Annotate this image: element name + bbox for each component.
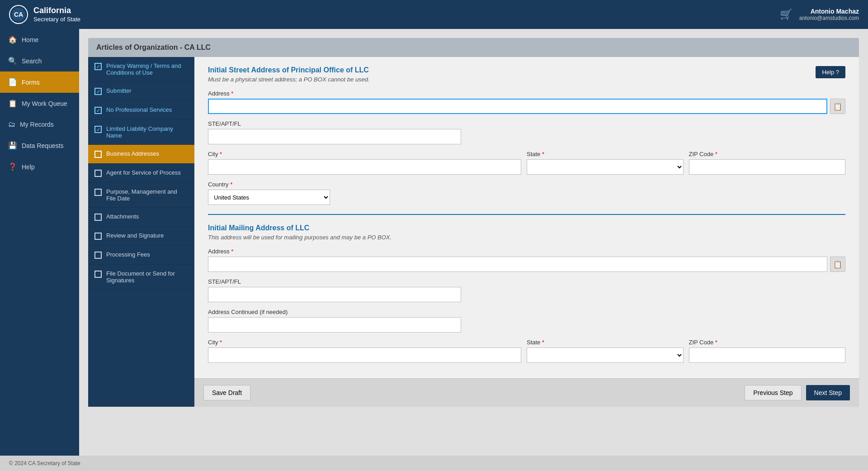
user-info: Antonio Machaz antonio@amstudios.com [799, 8, 859, 21]
search-icon: 🔍 [8, 57, 17, 65]
sidebar-item-home[interactable]: 🏠 Home [0, 29, 79, 50]
step-privacy-label: Privacy Warning / Terms and Conditions o… [106, 62, 188, 76]
mailing-city-group: City * [208, 339, 521, 363]
step-business-addresses-label: Business Addresses [106, 150, 159, 157]
principal-address-label: Address * [208, 90, 845, 97]
sidebar-item-datarequests[interactable]: 💾 Data Requests [0, 135, 79, 156]
sidebar-item-help-label: Help [22, 163, 35, 171]
mailing-state-select[interactable]: CA NY TX [527, 347, 684, 363]
save-draft-button[interactable]: Save Draft [203, 385, 250, 400]
mailing-zip-input[interactable] [689, 347, 846, 363]
copyright: © 2024 CA Secretary of State [9, 460, 80, 466]
principal-city-state-zip-row: City * State * C [208, 151, 845, 181]
mailing-address-label: Address * [208, 248, 845, 255]
home-icon: 🏠 [8, 35, 17, 44]
steps-sidebar: ✓ Privacy Warning / Terms and Conditions… [88, 57, 194, 407]
mailing-city-label: City * [208, 339, 521, 346]
step-submitter-checkbox: ✓ [94, 88, 102, 95]
sidebar-item-myrecords-label: My Records [20, 121, 54, 128]
form-panel-body: ✓ Privacy Warning / Terms and Conditions… [88, 57, 859, 407]
sidebar-item-home-label: Home [22, 36, 38, 43]
org-subtitle: Secretary of State [33, 16, 80, 23]
mailing-city-input[interactable] [208, 347, 521, 363]
mailing-address-group: Address * 📋 [208, 248, 845, 272]
mailing-address-subtitle: This address will be used for mailing pu… [208, 234, 845, 241]
principal-country-select[interactable]: United States Canada Mexico Other [208, 190, 330, 205]
principal-address-required: * [231, 90, 233, 97]
sidebar-item-help[interactable]: ❓ Help [0, 156, 79, 177]
records-icon: 🗂 [8, 120, 15, 128]
principal-address-input[interactable] [208, 99, 827, 114]
step-review[interactable]: Review and Signature [88, 227, 194, 246]
principal-state-label: State * [527, 151, 684, 157]
principal-ste-apt-label: STE/APT/FL [208, 120, 845, 127]
user-email: antonio@amstudios.com [799, 15, 859, 21]
step-agent-label: Agent for Service of Process [106, 169, 181, 176]
step-agent-checkbox [94, 170, 102, 177]
mailing-address-copy-button[interactable]: 📋 [830, 257, 845, 272]
sidebar-item-forms-label: Forms [22, 79, 40, 86]
step-no-professional[interactable]: ✓ No Professional Services [88, 101, 194, 120]
step-file-label: File Document or Send for Signatures [106, 270, 188, 284]
content-area: Articles of Organization - CA LLC ✓ Priv… [79, 29, 868, 456]
step-llc-name[interactable]: ✓ Limited Liability Company Name [88, 120, 194, 145]
sidebar-item-search[interactable]: 🔍 Search [0, 50, 79, 71]
form-panel-header: Articles of Organization - CA LLC [88, 38, 859, 57]
principal-office-subtitle: Must be a physical street address; a PO … [208, 76, 845, 83]
mailing-zip-label: ZIP Code * [689, 339, 846, 346]
form-panel: Articles of Organization - CA LLC ✓ Priv… [88, 38, 859, 407]
header-logo: CA [9, 5, 28, 24]
left-sidebar: 🏠 Home 🔍 Search 📄 Forms 📋 My Work Queue … [0, 29, 79, 456]
sidebar-item-forms[interactable]: 📄 Forms [0, 71, 79, 93]
step-no-professional-checkbox: ✓ [94, 107, 102, 114]
principal-address-copy-button[interactable]: 📋 [830, 99, 845, 114]
step-purpose[interactable]: Purpose, Management and File Date [88, 183, 194, 208]
step-business-addresses[interactable]: Business Addresses [88, 145, 194, 164]
main-layout: 🏠 Home 🔍 Search 📄 Forms 📋 My Work Queue … [0, 29, 868, 456]
principal-country-group: Country * United States Canada Mexico Ot… [208, 181, 845, 205]
step-no-professional-label: No Professional Services [106, 106, 172, 113]
next-step-button[interactable]: Next Step [806, 385, 850, 400]
principal-zip-input[interactable] [689, 159, 846, 175]
step-processing-label: Processing Fees [106, 251, 150, 258]
step-privacy[interactable]: ✓ Privacy Warning / Terms and Conditions… [88, 57, 194, 82]
principal-city-label: City * [208, 151, 521, 157]
step-purpose-checkbox [94, 189, 102, 196]
cart-icon[interactable]: 🛒 [780, 9, 792, 20]
principal-ste-apt-input[interactable] [208, 129, 461, 144]
previous-step-button[interactable]: Previous Step [745, 385, 801, 400]
step-review-checkbox [94, 233, 102, 240]
step-submitter-label: Submitter [106, 87, 132, 94]
step-file[interactable]: File Document or Send for Signatures [88, 265, 194, 290]
mailing-address-continued-label: Address Continued (if needed) [208, 309, 845, 315]
step-submitter[interactable]: ✓ Submitter [88, 82, 194, 101]
form-panel-title: Articles of Organization - CA LLC [96, 43, 211, 51]
sidebar-item-myrecords[interactable]: 🗂 My Records [0, 114, 79, 135]
step-attachments-checkbox [94, 214, 102, 221]
header-right: 🛒 Antonio Machaz antonio@amstudios.com [780, 8, 859, 21]
principal-office-title: Initial Street Address of Principal Offi… [208, 66, 845, 74]
help-button[interactable]: Help ? [816, 66, 845, 78]
sidebar-item-workqueue[interactable]: 📋 My Work Queue [0, 93, 79, 114]
principal-zip-label: ZIP Code * [689, 151, 846, 157]
mailing-ste-apt-input[interactable] [208, 287, 461, 302]
step-agent[interactable]: Agent for Service of Process [88, 164, 194, 183]
mailing-ste-apt-group: STE/APT/FL [208, 278, 845, 302]
step-privacy-checkbox: ✓ [94, 63, 102, 70]
step-attachments[interactable]: Attachments [88, 208, 194, 227]
step-attachments-label: Attachments [106, 213, 139, 220]
form-content: Help ? Initial Street Address of Princip… [194, 57, 859, 407]
step-processing[interactable]: Processing Fees [88, 246, 194, 265]
footer-bar: Save Draft Previous Step Next Step [194, 378, 859, 407]
data-icon: 💾 [8, 141, 17, 150]
principal-address-group: Address * 📋 [208, 90, 845, 114]
step-llc-name-checkbox: ✓ [94, 126, 102, 133]
mailing-address-continued-input[interactable] [208, 317, 461, 333]
principal-city-input[interactable] [208, 159, 521, 175]
sidebar-item-workqueue-label: My Work Queue [22, 100, 67, 107]
step-processing-checkbox [94, 252, 102, 259]
mailing-address-input[interactable] [208, 257, 827, 272]
mailing-zip-group: ZIP Code * [689, 339, 846, 363]
principal-country-label: Country * [208, 181, 845, 188]
principal-state-select[interactable]: CA NY TX [527, 159, 684, 175]
